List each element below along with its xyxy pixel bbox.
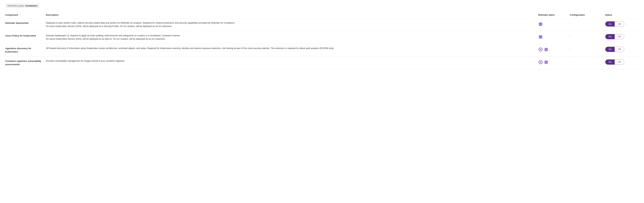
configuration-azure-policy: - [568,34,604,38]
configuration-container-registries: - [568,59,604,63]
description-container-registries: Provides vulnerability management for im… [44,59,536,63]
status-cell-agentless-discovery: On Off [604,47,639,52]
component-name-container-registries: Container registries vulnerability asses… [5,59,44,66]
toggle-on-button[interactable]: On [605,21,615,26]
svg-point-15 [546,62,547,63]
col-header-description: Description [44,13,536,16]
status-cell-azure-policy: On Off [604,34,639,39]
status-cell-container-registries: On Off [604,59,639,65]
breadcrumb-current: Containers [26,4,38,7]
toggle-agentless-discovery[interactable]: On Off [605,47,637,52]
toggle-azure-policy[interactable]: On Off [605,34,637,39]
component-name-defender-daemonset: Defender DaemonSet [5,21,44,25]
toggle-on-button[interactable]: On [605,47,615,52]
table-header: Component Description Defender plans Con… [5,12,639,18]
table-row: Container registries vulnerability asses… [5,57,639,69]
description-agentless-discovery: API-based discovery of information about… [44,47,536,50]
toggle-off-button[interactable]: Off [615,60,624,64]
toggle-on-button[interactable]: On [605,60,615,64]
col-header-status: Status [604,13,639,16]
status-cell-defender-daemonset: On Off [604,21,639,27]
component-name-agentless-discovery: Agentless discovery for Kubernetes [5,47,44,54]
toggle-off-button[interactable]: Off [615,47,624,52]
table-row: Azure Policy for Kubernetes Extends Gate… [5,31,639,44]
configuration-agentless-discovery: - [568,47,604,51]
icon-container-registries [536,59,568,65]
component-name-azure-policy: Azure Policy for Kubernetes [5,34,44,37]
table-row: Agentless discovery for Kubernetes API-b… [5,44,639,57]
col-header-configuration: Configuration [568,13,604,16]
toggle-defender-daemonset[interactable]: On Off [605,21,637,27]
icon-defender-daemonset [536,21,568,27]
icon-azure-policy [536,34,568,39]
description-defender-daemonset: Deployed to each worker node, collects s… [44,21,536,28]
toggle-off-button[interactable]: Off [615,21,624,26]
breadcrumb-prefix: Defenders plans : [8,4,26,7]
table-row: Defender DaemonSet Deployed to each work… [5,18,639,31]
toggle-off-button[interactable]: Off [615,34,624,39]
svg-point-10 [546,49,547,50]
col-header-component: Component [5,13,44,16]
svg-point-12 [540,61,541,63]
svg-point-5 [540,36,541,37]
col-header-defender-plans: Defender plans [536,13,568,16]
toggle-container-registries[interactable]: On Off [605,59,637,65]
svg-point-2 [540,24,541,25]
configuration-defender-daemonset: - [568,21,604,25]
components-table: Component Description Defender plans Con… [5,12,639,69]
breadcrumb: Defenders plans : Containers [5,3,40,8]
svg-point-7 [540,49,541,50]
icon-agentless-discovery [536,47,568,52]
toggle-on-button[interactable]: On [605,34,615,39]
description-azure-policy: Extends Gatekeeper v3, required to apply… [44,34,536,41]
